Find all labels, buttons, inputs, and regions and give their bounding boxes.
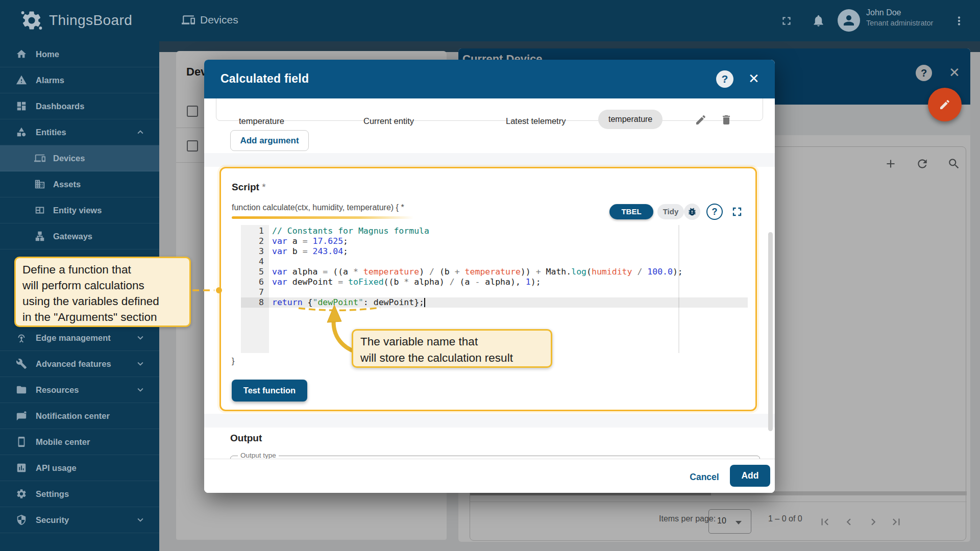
top-bar: ThingsBoard Devices John Doe Tenant admi… bbox=[0, 0, 980, 41]
pencil-icon bbox=[939, 98, 951, 111]
sidebar-item-security[interactable]: Security bbox=[0, 507, 159, 533]
sidebar-item-label: Security bbox=[36, 515, 69, 525]
sidebar-item-notification-center[interactable]: Notification center bbox=[0, 403, 159, 429]
sidebar-item-label: Entity views bbox=[53, 206, 102, 215]
code-text: var a = 17.625; bbox=[272, 236, 348, 246]
notifications-bell-icon[interactable] bbox=[812, 14, 825, 28]
user-name: John Doe bbox=[866, 8, 933, 17]
sidebar-item-gateways[interactable]: Gateways bbox=[0, 223, 159, 249]
add-button[interactable]: Add bbox=[730, 465, 770, 487]
script-section: Script * function calculate(ctx, humidit… bbox=[219, 167, 757, 411]
code-line-5: 5var alpha = ((a * temperature) / (b + t… bbox=[241, 267, 748, 277]
edit-fab-button[interactable] bbox=[928, 88, 962, 121]
user-info[interactable]: John Doe Tenant administrator bbox=[866, 8, 933, 27]
editor-fullscreen-icon[interactable] bbox=[730, 205, 744, 219]
sidebar-item-api-usage[interactable]: API usage bbox=[0, 455, 159, 481]
tbel-toggle[interactable]: TBEL bbox=[609, 204, 653, 219]
callout-line: using the variables defined bbox=[22, 293, 183, 309]
argument-key-type: Latest telemetry bbox=[506, 116, 566, 126]
lan-icon bbox=[34, 231, 45, 242]
add-argument-button[interactable]: Add argument bbox=[230, 130, 309, 151]
sidebar-item-alarms[interactable]: Alarms bbox=[0, 67, 159, 93]
sidebar-item-resources[interactable]: Resources bbox=[0, 377, 159, 403]
sidebar-item-label: Assets bbox=[53, 180, 81, 189]
editor-cursor bbox=[424, 298, 425, 307]
sidebar-item-home[interactable]: Home bbox=[0, 41, 159, 67]
script-help-icon[interactable]: ? bbox=[706, 204, 723, 220]
calculated-field-dialog: temperature Current entity Latest teleme… bbox=[204, 60, 775, 493]
chat-icon bbox=[16, 410, 27, 421]
sidebar-item-assets[interactable]: Assets bbox=[0, 171, 159, 197]
line-number: 3 bbox=[241, 246, 264, 257]
dialog-close-icon[interactable]: ✕ bbox=[748, 71, 760, 86]
code-text: var b = 243.04; bbox=[272, 246, 348, 257]
dialog-title: Calculated field bbox=[220, 72, 309, 86]
callout-variable-name: The variable name thatwill store the cal… bbox=[352, 329, 552, 368]
code-line-7: 7 bbox=[241, 287, 748, 297]
line-number: 1 bbox=[241, 226, 264, 236]
line-number: 7 bbox=[241, 287, 264, 297]
code-line-4: 4 bbox=[241, 257, 748, 267]
sidebar-item-label: Edge management bbox=[36, 333, 111, 343]
callout-line: will store the calculation result bbox=[360, 350, 544, 366]
sidebar-item-edge-management[interactable]: Edge management bbox=[0, 325, 159, 351]
section-gap bbox=[204, 153, 775, 167]
sidebar-item-label: Notification center bbox=[36, 411, 110, 421]
argument-name: temperature bbox=[239, 116, 284, 126]
output-type-label: Output type bbox=[238, 452, 279, 459]
sidebar-item-label: API usage bbox=[36, 463, 77, 473]
delete-argument-icon[interactable] bbox=[720, 114, 732, 126]
argument-entity: Current entity bbox=[363, 116, 414, 126]
line-number: 8 bbox=[241, 297, 264, 308]
fullscreen-icon[interactable] bbox=[780, 14, 793, 28]
callout-line: will perform calculations bbox=[22, 278, 183, 293]
warning-icon bbox=[16, 74, 27, 86]
code-line-3: 3var b = 243.04; bbox=[241, 246, 748, 257]
dialog-header: Calculated field ? ✕ bbox=[204, 60, 775, 98]
build-icon bbox=[16, 358, 27, 369]
sidebar-item-entity-views[interactable]: Entity views bbox=[0, 197, 159, 223]
output-heading: Output bbox=[230, 433, 262, 444]
chevron-down-icon bbox=[135, 358, 146, 369]
view-icon bbox=[34, 205, 45, 216]
gear-icon bbox=[16, 488, 27, 499]
sidebar-item-dashboards[interactable]: Dashboards bbox=[0, 93, 159, 119]
person-icon bbox=[841, 13, 856, 28]
code-text: // Constants for Magnus formula bbox=[272, 226, 429, 236]
dialog-footer: Cancel Add bbox=[204, 459, 775, 493]
breadcrumb-label: Devices bbox=[200, 14, 238, 26]
function-closing-brace: } bbox=[232, 357, 234, 366]
signature-highlight-underline bbox=[232, 216, 414, 219]
antenna-icon bbox=[16, 332, 27, 343]
debug-button[interactable] bbox=[684, 204, 700, 220]
cancel-button[interactable]: Cancel bbox=[678, 468, 731, 486]
sidebar-item-label: Settings bbox=[36, 489, 69, 499]
test-function-button[interactable]: Test function bbox=[232, 380, 307, 402]
sidebar-item-label: Alarms bbox=[36, 76, 64, 85]
sidebar-item-label: Home bbox=[36, 49, 59, 59]
chart-icon bbox=[16, 462, 27, 473]
sidebar-item-entities[interactable]: Entities bbox=[0, 119, 159, 145]
sidebar-item-devices[interactable]: Devices bbox=[0, 145, 159, 171]
more-menu-icon[interactable] bbox=[952, 14, 966, 28]
home-icon bbox=[16, 48, 27, 60]
code-line-8: 8return {"dewPoint": dewPoint}; bbox=[241, 297, 748, 308]
brand[interactable]: ThingsBoard bbox=[20, 8, 132, 33]
callout-line: in the "Arguments" section bbox=[22, 309, 183, 325]
sidebar-item-advanced-features[interactable]: Advanced features bbox=[0, 351, 159, 377]
edit-argument-icon[interactable] bbox=[695, 114, 707, 126]
dialog-help-icon[interactable]: ? bbox=[716, 70, 733, 88]
line-number: 4 bbox=[241, 257, 264, 267]
dialog-scrollbar-thumb[interactable] bbox=[768, 232, 773, 431]
tidy-button[interactable]: Tidy bbox=[657, 204, 684, 219]
sidebar-item-mobile-center[interactable]: Mobile center bbox=[0, 429, 159, 455]
line-number: 6 bbox=[241, 277, 264, 287]
avatar[interactable] bbox=[838, 9, 860, 32]
code-line-2: 2var a = 17.625; bbox=[241, 236, 748, 246]
sidebar-item-settings[interactable]: Settings bbox=[0, 481, 159, 507]
sidebar-item-label: Resources bbox=[36, 385, 79, 395]
chevron-down-icon bbox=[135, 332, 146, 343]
user-role: Tenant administrator bbox=[866, 19, 933, 27]
chevron-up-icon bbox=[135, 127, 146, 138]
breadcrumb: Devices bbox=[182, 13, 238, 27]
